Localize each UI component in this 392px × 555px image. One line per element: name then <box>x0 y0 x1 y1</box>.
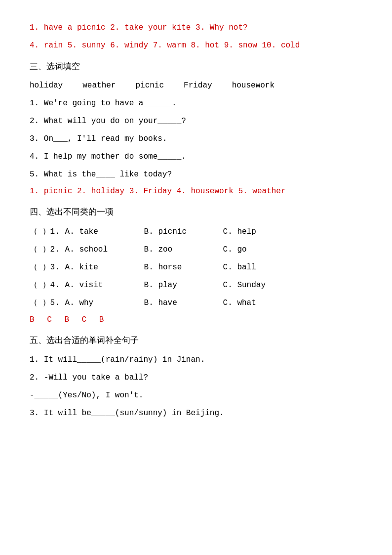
word-3: picnic <box>135 79 164 93</box>
section3-block: 三、选词填空 holiday weather picnic Friday hou… <box>30 59 362 199</box>
num-5: 5. <box>50 295 65 311</box>
paren-4: （ ） <box>30 277 50 293</box>
num-1: 1. <box>50 224 65 240</box>
choice-3a: A. kite <box>65 259 144 275</box>
table-row: （ ） 5. A. why B. have C. what <box>30 295 362 311</box>
choice-1c: C. help <box>223 224 302 240</box>
word-5: housework <box>232 79 274 93</box>
choice-2a: A. school <box>65 242 144 257</box>
section3-sentence-2: 2. What will you do on your_____? <box>30 113 362 129</box>
table-row: （ ） 1. A. take B. picnic C. help <box>30 224 362 240</box>
section4-block: 四、选出不同类的一项 （ ） 1. A. take B. picnic C. h… <box>30 205 362 327</box>
section4-title: 四、选出不同类的一项 <box>30 205 362 220</box>
choice-2b: B. zoo <box>144 242 223 257</box>
section5-sentence-2: 2. -Will you take a ball? <box>30 370 362 385</box>
paren-5: （ ） <box>30 295 50 311</box>
section4-answers: B C B C B <box>30 313 362 327</box>
table-row: （ ） 2. A. school B. zoo C. go <box>30 242 362 257</box>
section5-title: 五、选出合适的单词补全句子 <box>30 333 362 348</box>
choice-4b: B. play <box>144 277 223 293</box>
paren-1: （ ） <box>30 224 50 240</box>
section5-sentence-3: -_____(Yes/No), I won't. <box>30 387 362 403</box>
section3-sentence-4: 4. I help my mother do some_____. <box>30 149 362 165</box>
num-2: 2. <box>50 242 65 257</box>
paren-2: （ ） <box>30 242 50 257</box>
word-1: holiday <box>30 79 63 93</box>
section2-answer-block: 1. have a picnic 2. take your kite 3. Wh… <box>30 20 362 53</box>
num-3: 3. <box>50 259 65 275</box>
choice-5a: A. why <box>65 295 144 311</box>
choice-2c: C. go <box>223 242 302 257</box>
choice-1a: A. take <box>65 224 144 240</box>
table-row: （ ） 4. A. visit B. play C. Sunday <box>30 277 362 293</box>
paren-3: （ ） <box>30 259 50 275</box>
section5-block: 五、选出合适的单词补全句子 1. It will_____(rain/rainy… <box>30 333 362 422</box>
choice-4a: A. visit <box>65 277 144 293</box>
choice-5b: B. have <box>144 295 223 311</box>
section5-sentence-4: 3. It will be_____(sun/sunny) in Beijing… <box>30 405 362 421</box>
choice-3b: B. horse <box>144 259 223 275</box>
section3-sentence-1: 1. We're going to have a______. <box>30 95 362 111</box>
section2-answer-1: 1. have a picnic 2. take your kite 3. Wh… <box>30 20 362 36</box>
section3-answers: 1. picnic 2. holiday 3. Friday 4. housew… <box>30 184 362 199</box>
section3-sentence-5: 5. What is the____ like today? <box>30 167 362 182</box>
choice-4c: C. Sunday <box>223 277 302 293</box>
section2-answer-2: 4. rain 5. sunny 6. windy 7. warm 8. hot… <box>30 38 362 53</box>
word-2: weather <box>82 79 116 93</box>
section3-title: 三、选词填空 <box>30 59 362 75</box>
table-row: （ ） 3. A. kite B. horse C. ball <box>30 259 362 275</box>
choice-1b: B. picnic <box>144 224 223 240</box>
section3-word-bank: holiday weather picnic Friday housework <box>30 79 362 93</box>
section3-sentence-3: 3. On___, I'll read my books. <box>30 131 362 147</box>
choice-3c: C. ball <box>223 259 302 275</box>
section5-sentence-1: 1. It will_____(rain/rainy) in Jinan. <box>30 352 362 368</box>
choice-5c: C. what <box>223 295 302 311</box>
num-4: 4. <box>50 277 65 293</box>
word-4: Friday <box>184 79 212 93</box>
